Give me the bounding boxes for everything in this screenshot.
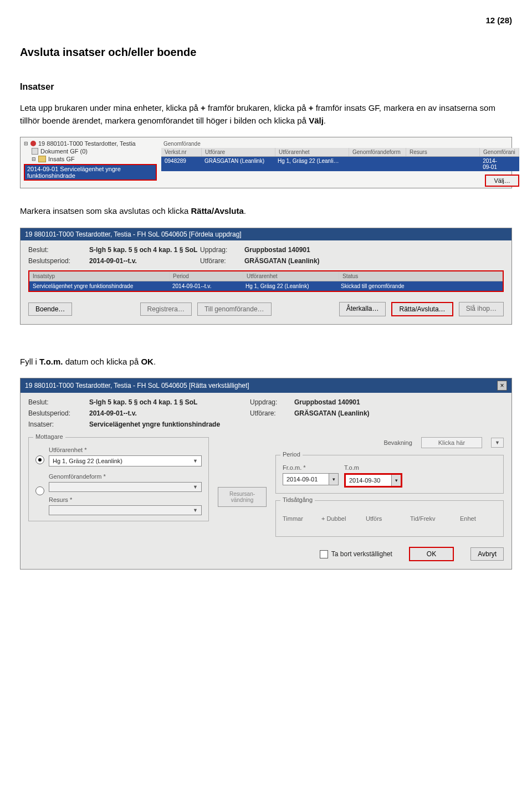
tree-selected-label: 2014-09-01 Servicelägenhet yngre funktio… [27, 166, 154, 179]
para3-bold2: OK [141, 357, 154, 366]
sla-ihop-button[interactable]: Slå ihop… [459, 302, 504, 316]
cell-period: 2014-09-01--t.v. [169, 281, 242, 291]
col-timmar: Timmar [283, 515, 316, 522]
lbl3-uppdrag: Uppdrag: [250, 398, 294, 406]
dropdown-genomforandeform[interactable]: ▼ [49, 482, 202, 492]
folder-icon [38, 156, 46, 162]
input-to-date[interactable]: 2014-09-30 ▾ [344, 473, 402, 488]
para1-plus1: + [201, 103, 206, 112]
insats-table: Insatstyp Period Utförarenhet Status Ser… [28, 270, 504, 292]
para3-end: . [154, 357, 156, 366]
val-beslut: S-lgh 5 kap. 5 § och 4 kap. 1 § SoL [89, 246, 200, 254]
dropdown-resurs[interactable]: ▼ [49, 505, 202, 515]
para-1: Leta upp brukaren under mina enheter, kl… [20, 102, 512, 127]
screenshot-1: ⊟ 19 880101-T000 Testardotter, Testia Do… [20, 137, 512, 188]
lbl-bevakning: Bevakning [383, 439, 412, 446]
screenshot-2: 19 880101-T000 Testardotter, Testia - FH… [20, 228, 512, 325]
para2-before: Markera insatsen som ska avslutas och kl… [20, 206, 191, 216]
lbl-period: Beslutsperiod: [28, 257, 89, 265]
heading-sub: Insatser [20, 82, 512, 92]
radio-genomforandeform[interactable] [35, 486, 44, 495]
col-dubbel: + Dubbel [321, 515, 360, 522]
lbl3-beslut: Beslut: [28, 398, 89, 406]
tree-row-insats[interactable]: ⊟ Insats GF [24, 155, 157, 163]
fieldset-period: Period Fr.o.m. * 2014-09-01 ▾ T.o.m [275, 455, 504, 494]
para1-end: . [324, 116, 326, 125]
para1-text: Leta upp brukaren under mina enheter, kl… [20, 103, 201, 112]
col-status: Status [339, 271, 503, 281]
tree-row-dokument[interactable]: Dokument GF (0) [24, 147, 157, 155]
cell-date: 2014-09-01 [477, 157, 519, 171]
chevron-down-icon[interactable]: ▼ [491, 438, 504, 448]
lbl-uppdrag: Uppdrag: [200, 246, 244, 254]
fieldset-tidsatgang: Tidsåtgång Timmar + Dubbel Utförs Tid/Fr… [275, 500, 504, 537]
val-uppdrag: Gruppbostad 140901 [244, 246, 504, 254]
boende-button[interactable]: Boende… [28, 302, 72, 316]
input-from-date[interactable]: 2014-09-01 ▾ [283, 473, 339, 485]
lbl-tom: T.o.m [344, 464, 402, 471]
col-genomforandeform: Genomförandeform [349, 148, 406, 156]
chevron-down-icon: ▼ [193, 484, 198, 490]
legend-tidsatgang: Tidsåtgång [280, 496, 315, 503]
valj-button[interactable]: Välj… [485, 175, 519, 187]
tree-user-label: 19 880101-T000 Testardotter, Testia [38, 140, 136, 147]
cell-utforarenhet: Hg 1, Gräsg 22 (Leanli… [274, 157, 347, 171]
col-utfors: Utförs [366, 515, 405, 522]
col-tidfrekv: Tid/Frekv [410, 515, 454, 522]
cell-genomforandeform [347, 157, 404, 171]
checkbox-ta-bort[interactable]: Ta bort verkställighet [320, 550, 392, 558]
calendar-icon[interactable]: ▾ [329, 474, 338, 485]
chevron-down-icon: ▼ [193, 458, 198, 464]
val3-insatser: Servicelägenhet yngre funktionshindrade [89, 420, 504, 428]
window-title-3: 19 880101-T000 Testardotter, Testia - FH… [25, 382, 249, 389]
lbl-utforarenhet: Utförarenhet * [49, 447, 202, 453]
resursanvandning-button[interactable]: Resursan- vändning [218, 487, 267, 507]
col-period: Period [170, 271, 243, 281]
col-insatstyp: Insatstyp [29, 271, 170, 281]
lbl3-utforare: Utförare: [250, 409, 294, 417]
lbl-from: Fr.o.m. * [283, 464, 339, 471]
lbl-utforare: Utförare: [200, 257, 244, 265]
legend-mottagare: Mottagare [33, 433, 65, 440]
dropdown-utforarenhet[interactable]: Hg 1, Gräsg 22 (Leanlink) ▼ [49, 455, 202, 466]
para2-end: . [244, 206, 246, 216]
cell-insatstyp: Servicelägenhet yngre funktionshindrade [29, 281, 169, 291]
avbryt-button[interactable]: Avbryt [470, 547, 504, 561]
col-utforarenhet2: Utförarenhet [243, 271, 339, 281]
para1-valj: Välj [309, 116, 324, 125]
screenshot-3: 19 880101-T000 Testardotter, Testia - FH… [20, 378, 512, 570]
tree-row-user[interactable]: ⊟ 19 880101-T000 Testardotter, Testia [24, 140, 157, 147]
registrera-button[interactable]: Registrera… [140, 302, 192, 316]
page-number: 12 (28) [20, 16, 512, 25]
cell-utforarenhet2: Hg 1, Gräsg 22 (Leanlink) [242, 281, 337, 291]
ok-button[interactable]: OK [409, 547, 454, 561]
table-row[interactable]: Servicelägenhet yngre funktionshindrade … [29, 281, 503, 291]
val-utforarenhet: Hg 1, Gräsg 22 (Leanlink) [53, 458, 122, 464]
col-verkstnr: Verkst.nr [161, 148, 202, 156]
aterkalla-button[interactable]: Återkalla… [339, 302, 386, 316]
cell-verkstnr: 0948289 [161, 157, 201, 171]
window-title: 19 880101-T000 Testardotter, Testia - FH… [21, 228, 511, 240]
bevakning-button[interactable]: Klicka här [421, 437, 482, 448]
val-period: 2014-09-01--t.v. [89, 257, 200, 265]
val-to-date: 2014-09-30 [346, 475, 391, 485]
val3-uppdrag: Gruppbostad 140901 [294, 398, 504, 406]
heading-main: Avsluta insatser och/eller boende [20, 46, 512, 59]
cell-resurs [404, 157, 477, 171]
lbl-resurs: Resurs * [49, 496, 202, 503]
para-2: Markera insatsen som ska avslutas och kl… [20, 205, 512, 218]
till-genomforande-button[interactable]: Till genomförande… [197, 302, 272, 316]
tree-row-selected[interactable]: 2014-09-01 Servicelägenhet yngre funktio… [24, 164, 157, 181]
calendar-icon[interactable]: ▾ [391, 475, 401, 486]
cell-status: Skickad till genomförande [337, 281, 503, 291]
close-icon[interactable]: × [497, 381, 507, 391]
legend-period: Period [280, 451, 303, 458]
grid-row-selected[interactable]: 0948289 GRÄSGATAN (Leanlink) Hg 1, Gräsg… [161, 157, 519, 171]
ratta-avsluta-button[interactable]: Rätta/Avsluta… [391, 302, 453, 316]
lbl-ta-bort: Ta bort verkställighet [331, 550, 392, 558]
para3-before: Fyll i [20, 357, 39, 366]
col-utforarenhet: Utförarenhet [275, 148, 349, 156]
val3-beslut: S-lgh 5 kap. 5 § och 4 kap. 1 § SoL [89, 398, 250, 406]
val3-utforare: GRÄSGATAN (Leanlink) [294, 409, 504, 417]
radio-utforarenhet[interactable] [35, 455, 44, 464]
